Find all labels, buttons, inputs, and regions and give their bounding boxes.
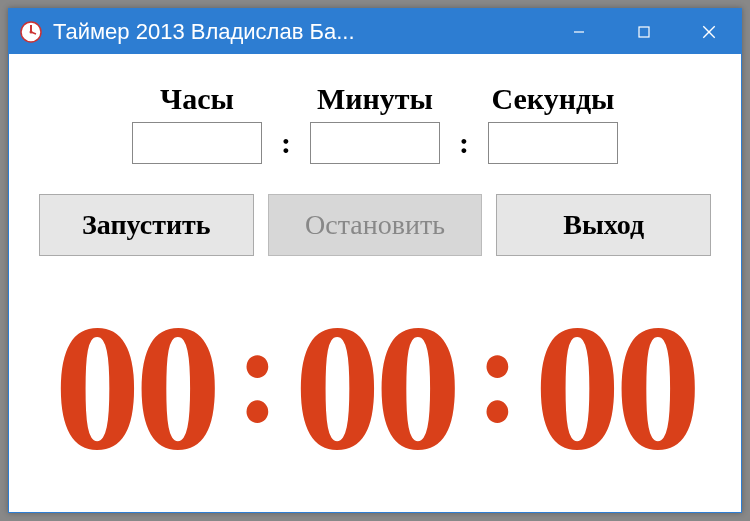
time-display: 00 : 00 : 00	[52, 274, 697, 502]
close-button[interactable]	[676, 9, 741, 54]
app-window: Таймер 2013 Владислав Ба... Часы Минуты …	[8, 8, 742, 513]
colon-separator: :	[450, 126, 478, 160]
titlebar-controls	[546, 9, 741, 54]
app-icon	[19, 20, 43, 44]
display-hours: 00	[54, 298, 215, 478]
seconds-label: Секунды	[478, 82, 628, 116]
svg-rect-5	[639, 27, 649, 37]
input-labels-row: Часы Минуты Секунды	[39, 82, 711, 116]
inputs-row: : :	[39, 122, 711, 164]
display-seconds: 00	[534, 298, 695, 478]
maximize-button[interactable]	[611, 9, 676, 54]
minutes-input[interactable]	[310, 122, 440, 164]
client-area: Часы Минуты Секунды : : Запустить Остано…	[9, 54, 741, 512]
colon-separator: :	[272, 126, 300, 160]
stop-button: Остановить	[268, 194, 483, 256]
hours-input[interactable]	[132, 122, 262, 164]
display-minutes: 00	[294, 298, 455, 478]
buttons-row: Запустить Остановить Выход	[39, 194, 711, 256]
minutes-label: Минуты	[300, 82, 450, 116]
titlebar[interactable]: Таймер 2013 Владислав Ба...	[9, 9, 741, 54]
minimize-button[interactable]	[546, 9, 611, 54]
start-button[interactable]: Запустить	[39, 194, 254, 256]
hours-label: Часы	[122, 82, 272, 116]
svg-point-3	[30, 30, 33, 33]
seconds-input[interactable]	[488, 122, 618, 164]
display-colon: :	[236, 304, 275, 444]
window-title: Таймер 2013 Владислав Ба...	[53, 19, 546, 45]
display-colon: :	[476, 304, 515, 444]
exit-button[interactable]: Выход	[496, 194, 711, 256]
